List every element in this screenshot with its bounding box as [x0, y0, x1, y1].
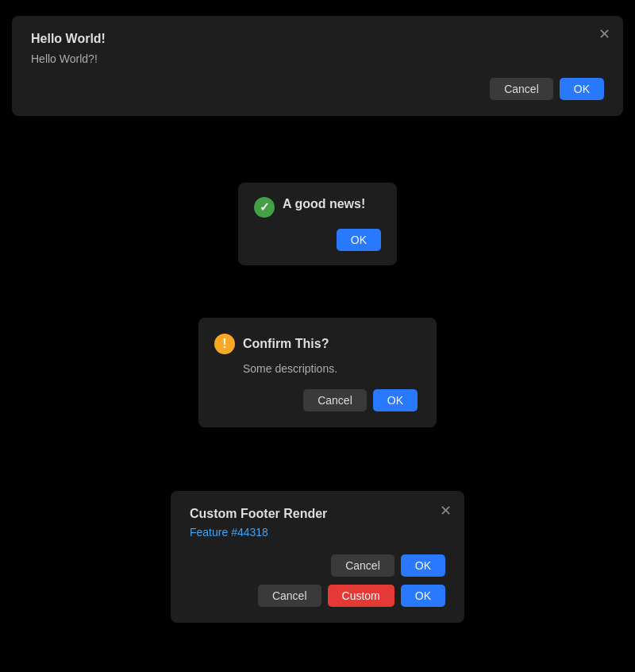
dialog2-message: A good news! [283, 197, 365, 211]
dialog4-ok-button-bottom[interactable]: OK [401, 585, 445, 607]
dialog3-title: Confirm This? [243, 337, 329, 351]
hello-world-dialog: Hello World! Hello World?! ✕ Cancel OK [12, 16, 623, 116]
dialog4-close-button[interactable]: ✕ [440, 502, 452, 519]
dialog1-ok-button[interactable]: OK [560, 78, 604, 100]
dialog4-cancel-button-top[interactable]: Cancel [331, 554, 394, 577]
dialog3-cancel-button[interactable]: Cancel [303, 389, 367, 411]
dialog4-link[interactable]: Feature #44318 [190, 526, 445, 539]
dialog4-ok-button-top[interactable]: OK [401, 554, 445, 577]
good-news-dialog: A good news! OK [238, 183, 397, 265]
confirm-dialog: ! Confirm This? Some descriptions. Cance… [198, 318, 437, 427]
dialog1-body: Hello World?! [31, 52, 604, 65]
dialog1-title: Hello World! [31, 32, 604, 46]
dialog2-ok-button[interactable]: OK [337, 229, 381, 251]
custom-footer-dialog: Custom Footer Render Feature #44318 ✕ Ca… [171, 491, 464, 623]
dialog3-body: Some descriptions. [214, 362, 418, 375]
dialog2-header: A good news! [254, 197, 381, 218]
warning-icon: ! [214, 334, 235, 354]
dialog1-close-button[interactable]: ✕ [598, 27, 610, 41]
check-icon [254, 197, 275, 218]
dialog4-footer-bottom: Cancel Custom OK [190, 585, 445, 607]
dialog4-cancel-button-bottom[interactable]: Cancel [258, 585, 321, 607]
dialog1-footer: Cancel OK [31, 78, 604, 100]
dialog3-ok-button[interactable]: OK [373, 389, 418, 411]
dialog4-custom-button[interactable]: Custom [328, 585, 394, 607]
dialog3-footer: Cancel OK [214, 389, 418, 411]
dialog2-footer: OK [254, 229, 381, 251]
dialog4-footer-top: Cancel OK [190, 554, 445, 577]
dialog1-cancel-button[interactable]: Cancel [490, 78, 553, 100]
dialog4-title: Custom Footer Render [190, 507, 445, 521]
dialog3-header: ! Confirm This? [214, 334, 418, 354]
